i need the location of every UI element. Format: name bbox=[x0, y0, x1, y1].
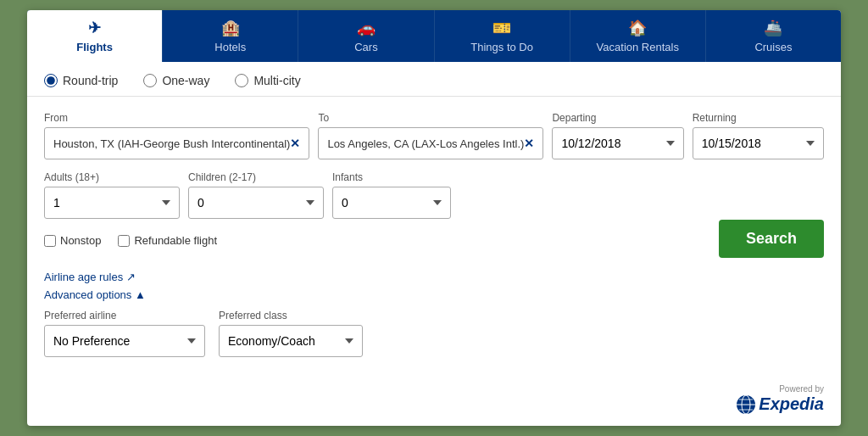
multicity-label: Multi-city bbox=[253, 74, 300, 87]
infants-select[interactable]: 0 12 bbox=[332, 187, 451, 219]
search-button[interactable]: Search bbox=[719, 220, 824, 258]
vacation-icon: 🏠 bbox=[628, 19, 647, 37]
children-field-group: Children (2-17) 0 123 bbox=[188, 171, 324, 219]
refundable-label: Refundable flight bbox=[134, 234, 217, 247]
tab-cars-label: Cars bbox=[354, 41, 377, 53]
tab-things-label: Things to Do bbox=[470, 41, 533, 53]
branding-area: Powered by Expedia bbox=[27, 377, 841, 426]
tab-cruises[interactable]: 🚢 Cruises bbox=[706, 10, 841, 62]
tab-flights[interactable]: ✈ Flights bbox=[27, 10, 163, 62]
powered-by-text: Powered by bbox=[737, 384, 824, 394]
adults-select[interactable]: 1 2345 bbox=[44, 187, 180, 219]
multicity-option[interactable]: Multi-city bbox=[235, 74, 300, 87]
departing-field-group: Departing 10/12/2018 bbox=[552, 112, 683, 159]
tab-vacation-label: Vacation Rentals bbox=[597, 41, 679, 53]
children-select[interactable]: 0 123 bbox=[188, 187, 324, 219]
locations-dates-row: From Houston, TX (IAH-George Bush Interc… bbox=[44, 112, 824, 159]
from-clear-button[interactable]: ✕ bbox=[290, 137, 300, 150]
to-field-group: To Los Angeles, CA (LAX-Los Angeles Intl… bbox=[318, 112, 543, 159]
adults-field-group: Adults (18+) 1 2345 bbox=[44, 171, 180, 219]
flights-icon: ✈ bbox=[88, 19, 101, 37]
advanced-options-row: Preferred airline No Preference American… bbox=[44, 310, 824, 357]
preferred-class-label: Preferred class bbox=[219, 310, 363, 321]
booking-widget: ✈ Flights 🏨 Hotels 🚗 Cars 🎫 Things to Do… bbox=[27, 10, 841, 426]
trip-type-selector: Round-trip One-way Multi-city bbox=[27, 62, 841, 97]
tab-hotels-label: Hotels bbox=[214, 41, 246, 53]
cruises-icon: 🚢 bbox=[764, 19, 782, 37]
advanced-options-panel: Preferred airline No Preference American… bbox=[27, 305, 841, 369]
cars-icon: 🚗 bbox=[357, 19, 376, 37]
bottom-section: Airline age rules ↗ Advanced options ▲ P… bbox=[27, 264, 841, 426]
multicity-radio[interactable] bbox=[235, 74, 248, 87]
refundable-option[interactable]: Refundable flight bbox=[118, 234, 217, 247]
from-field-group: From Houston, TX (IAH-George Bush Interc… bbox=[44, 112, 309, 159]
departing-label: Departing bbox=[552, 112, 683, 124]
flight-options: Nonstop Refundable flight bbox=[44, 231, 824, 255]
to-clear-button[interactable]: ✕ bbox=[524, 137, 534, 150]
infants-field-group: Infants 0 12 bbox=[332, 171, 451, 219]
preferred-airline-select[interactable]: No Preference American Airlines Delta Un… bbox=[44, 325, 205, 357]
airline-age-rules-link[interactable]: Airline age rules ↗ bbox=[44, 271, 824, 283]
from-value: Houston, TX (IAH-George Bush Intercontin… bbox=[53, 137, 290, 150]
preferred-airline-label: Preferred airline bbox=[44, 310, 205, 321]
search-row: Search bbox=[27, 369, 841, 377]
infants-label: Infants bbox=[332, 171, 451, 183]
links-row: Airline age rules ↗ Advanced options ▲ bbox=[27, 264, 841, 305]
preferred-class-select[interactable]: Economy/Coach Business First Class Premi… bbox=[219, 325, 363, 357]
tab-hotels[interactable]: 🏨 Hotels bbox=[163, 10, 298, 62]
advanced-options-link[interactable]: Advanced options ▲ bbox=[44, 288, 824, 301]
from-input[interactable]: Houston, TX (IAH-George Bush Intercontin… bbox=[44, 127, 309, 159]
to-value: Los Angeles, CA (LAX-Los Angeles Intl.) bbox=[327, 137, 524, 150]
adults-label: Adults (18+) bbox=[44, 171, 180, 183]
departing-select[interactable]: 10/12/2018 bbox=[552, 127, 683, 159]
oneway-radio[interactable] bbox=[143, 74, 157, 87]
roundtrip-radio[interactable] bbox=[44, 74, 58, 87]
passengers-row: Adults (18+) 1 2345 Children (2-17) 0 12… bbox=[44, 171, 824, 219]
nonstop-checkbox[interactable] bbox=[44, 235, 56, 247]
things-icon: 🎫 bbox=[492, 19, 511, 37]
roundtrip-option[interactable]: Round-trip bbox=[44, 74, 118, 87]
to-input[interactable]: Los Angeles, CA (LAX-Los Angeles Intl.) … bbox=[318, 127, 543, 159]
nonstop-label: Nonstop bbox=[60, 234, 101, 247]
tab-flights-label: Flights bbox=[76, 41, 113, 53]
tab-cars[interactable]: 🚗 Cars bbox=[298, 10, 434, 62]
oneway-option[interactable]: One-way bbox=[143, 74, 209, 87]
expedia-globe-icon bbox=[737, 395, 755, 414]
refundable-checkbox[interactable] bbox=[118, 235, 130, 247]
expedia-name: Expedia bbox=[759, 394, 824, 414]
children-label: Children (2-17) bbox=[188, 171, 324, 183]
roundtrip-label: Round-trip bbox=[63, 74, 118, 87]
tab-vacation-rentals[interactable]: 🏠 Vacation Rentals bbox=[570, 10, 706, 62]
tab-cruises-label: Cruises bbox=[754, 41, 792, 53]
nonstop-option[interactable]: Nonstop bbox=[44, 234, 101, 247]
tab-bar: ✈ Flights 🏨 Hotels 🚗 Cars 🎫 Things to Do… bbox=[27, 10, 841, 62]
expedia-logo: Expedia bbox=[737, 394, 824, 414]
preferred-airline-group: Preferred airline No Preference American… bbox=[44, 310, 205, 357]
returning-select[interactable]: 10/15/2018 bbox=[693, 127, 824, 159]
oneway-label: One-way bbox=[162, 74, 209, 87]
preferred-class-group: Preferred class Economy/Coach Business F… bbox=[219, 310, 363, 357]
returning-label: Returning bbox=[693, 112, 824, 124]
returning-field-group: Returning 10/15/2018 bbox=[693, 112, 824, 159]
hotels-icon: 🏨 bbox=[221, 19, 240, 37]
tab-things-to-do[interactable]: 🎫 Things to Do bbox=[435, 10, 570, 62]
expedia-branding: Powered by Expedia bbox=[737, 384, 824, 414]
to-label: To bbox=[318, 112, 543, 124]
from-label: From bbox=[44, 112, 309, 124]
